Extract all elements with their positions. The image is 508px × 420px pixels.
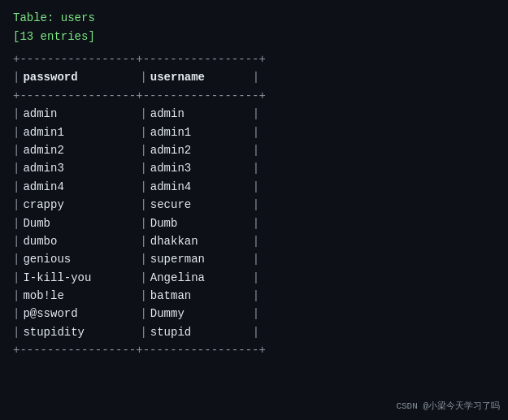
- cell-password: stupidity: [20, 323, 140, 341]
- table-row: | admin2 | admin2 |: [13, 141, 266, 159]
- cell-username: stupid: [147, 323, 253, 341]
- col-username-header: username: [147, 68, 253, 86]
- pipe-m: |: [140, 232, 146, 250]
- pipe-l: |: [13, 250, 20, 268]
- cell-password: admin2: [20, 141, 140, 159]
- pipe-l: |: [13, 214, 20, 232]
- table-row: | mob!le | batman |: [13, 287, 266, 305]
- table-row: | dumbo | dhakkan |: [13, 232, 266, 250]
- pipe-r: |: [253, 159, 259, 177]
- cell-username: Angelina: [147, 269, 253, 287]
- cell-username: admin: [147, 105, 253, 123]
- pipe-m: |: [140, 159, 146, 177]
- cell-password: admin1: [20, 123, 140, 141]
- pipe-r: |: [253, 232, 259, 250]
- table-border-bot: +-----------------+-----------------+: [13, 341, 266, 359]
- pipe-l: |: [13, 196, 20, 214]
- pipe-m: |: [140, 178, 146, 196]
- cell-password: dumbo: [20, 232, 140, 250]
- table-row: | stupidity | stupid |: [13, 323, 266, 341]
- watermark: CSDN @小梁今天学习了吗: [396, 400, 500, 412]
- table-row: | Dumb | Dumb |: [13, 214, 266, 232]
- table-row: | I-kill-you | Angelina |: [13, 269, 266, 287]
- table-title: Table: users: [13, 10, 495, 27]
- table-body: | admin | admin || admin1 | admin1 || ad…: [13, 105, 266, 341]
- pipe-m: |: [140, 141, 146, 159]
- pipe-l: |: [13, 123, 20, 141]
- pipe-l: |: [13, 305, 20, 323]
- pipe-r: |: [253, 250, 259, 268]
- pipe-3: |: [253, 68, 259, 86]
- cell-username: batman: [147, 287, 253, 305]
- cell-username: admin2: [147, 141, 253, 159]
- pipe-1: |: [13, 68, 20, 86]
- pipe-m: |: [140, 269, 146, 287]
- pipe-m: |: [140, 214, 146, 232]
- pipe-l: |: [13, 159, 20, 177]
- pipe-2: |: [140, 68, 146, 86]
- pipe-r: |: [253, 305, 259, 323]
- pipe-l: |: [13, 232, 20, 250]
- table-border-top: +-----------------+-----------------+: [13, 50, 266, 68]
- cell-username: Dummy: [147, 305, 253, 323]
- table-row: | p@ssword | Dummy |: [13, 305, 266, 323]
- col-password-header: password: [20, 68, 140, 86]
- pipe-m: |: [140, 305, 146, 323]
- table-border-mid: +-----------------+-----------------+: [13, 87, 266, 105]
- pipe-r: |: [253, 214, 259, 232]
- pipe-m: |: [140, 123, 146, 141]
- pipe-r: |: [253, 123, 259, 141]
- pipe-r: |: [253, 287, 259, 305]
- cell-password: genious: [20, 250, 140, 268]
- table-row: | admin | admin |: [13, 105, 266, 123]
- pipe-m: |: [140, 250, 146, 268]
- cell-password: Dumb: [20, 214, 140, 232]
- table-header-row: | password | username |: [13, 68, 266, 86]
- pipe-r: |: [253, 141, 259, 159]
- pipe-l: |: [13, 269, 20, 287]
- pipe-r: |: [253, 105, 259, 123]
- cell-username: admin4: [147, 178, 253, 196]
- cell-username: dhakkan: [147, 232, 253, 250]
- cell-password: p@ssword: [20, 305, 140, 323]
- pipe-r: |: [253, 178, 259, 196]
- table-row: | admin3 | admin3 |: [13, 159, 266, 177]
- cell-username: superman: [147, 250, 253, 268]
- table-row: | admin1 | admin1 |: [13, 123, 266, 141]
- table-row: | genious | superman |: [13, 250, 266, 268]
- pipe-l: |: [13, 141, 20, 159]
- cell-username: secure: [147, 196, 253, 214]
- pipe-r: |: [253, 269, 259, 287]
- pipe-l: |: [13, 105, 20, 123]
- pipe-r: |: [253, 323, 259, 341]
- cell-password: mob!le: [20, 287, 140, 305]
- pipe-m: |: [140, 105, 146, 123]
- pipe-m: |: [140, 287, 146, 305]
- cell-password: admin4: [20, 178, 140, 196]
- cell-password: crappy: [20, 196, 140, 214]
- cell-password: I-kill-you: [20, 269, 140, 287]
- pipe-m: |: [140, 196, 146, 214]
- table-row: | admin4 | admin4 |: [13, 178, 266, 196]
- pipe-l: |: [13, 178, 20, 196]
- cell-password: admin: [20, 105, 140, 123]
- entries-count: [13 entries]: [13, 28, 495, 45]
- pipe-l: |: [13, 287, 20, 305]
- cell-username: admin3: [147, 159, 253, 177]
- pipe-l: |: [13, 323, 20, 341]
- ascii-table: +-----------------+-----------------+ | …: [13, 50, 266, 360]
- pipe-r: |: [253, 196, 259, 214]
- pipe-m: |: [140, 323, 146, 341]
- table-row: | crappy | secure |: [13, 196, 266, 214]
- cell-username: admin1: [147, 123, 253, 141]
- cell-password: admin3: [20, 159, 140, 177]
- cell-username: Dumb: [147, 214, 253, 232]
